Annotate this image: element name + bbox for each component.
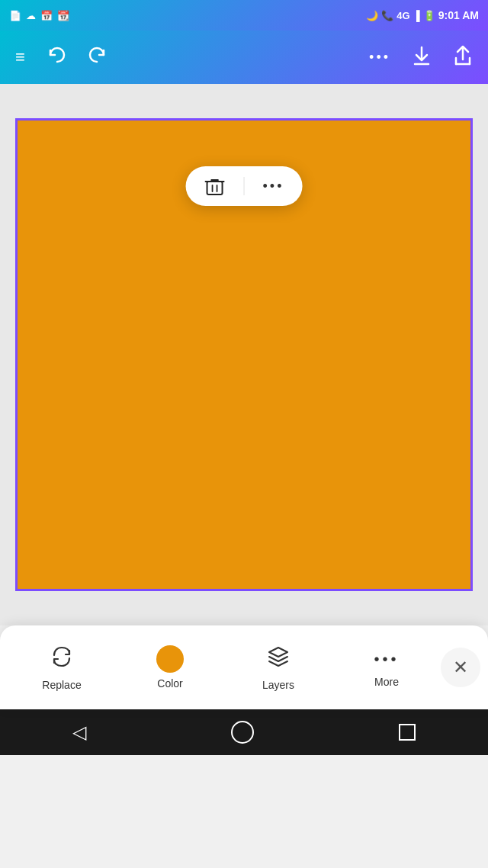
calendar2-icon: 📆 [57,10,69,21]
nav-bar: ◁ [0,709,488,755]
layers-icon [266,645,291,674]
network-label: 4G [396,10,409,21]
element-more-button[interactable]: ••• [263,178,284,194]
status-bar-right: 🌙 📞 4G ▐ 🔋 9:01 AM [366,9,479,21]
bottom-toolbar: Replace Color Layers ••• More ✕ [0,625,488,709]
moon-icon: 🌙 [366,10,378,21]
more-tool[interactable]: ••• More [332,647,441,688]
doc-icon: 📄 [9,10,21,21]
phone-icon: 📞 [381,10,393,21]
share-button[interactable] [453,44,473,70]
redo-button[interactable] [88,45,108,69]
design-canvas[interactable]: ••• [15,118,473,591]
close-icon: ✕ [453,657,468,678]
svg-rect-4 [207,182,223,194]
color-circle-icon [156,645,184,673]
context-divider [244,177,245,195]
status-bar: 📄 ☁ 📅 📆 🌙 📞 4G ▐ 🔋 9:01 AM [0,0,488,31]
status-bar-left: 📄 ☁ 📅 📆 [9,10,69,21]
more-options-button[interactable]: ••• [369,50,390,66]
download-button[interactable] [412,44,432,70]
toolbar-left: ≡ [15,45,108,69]
layers-tool[interactable]: Layers [224,645,332,691]
canvas-area: ••• [0,84,488,625]
replace-label: Replace [42,679,81,691]
toolbar: ≡ ••• [0,31,488,84]
recent-nav-button[interactable] [399,724,416,741]
battery-icon: 🔋 [423,10,435,21]
delete-button[interactable] [204,175,226,197]
calendar-icon: 📅 [40,10,53,21]
layers-label: Layers [262,679,294,691]
home-nav-button[interactable] [231,721,254,744]
svg-marker-11 [269,648,287,657]
close-toolbar-button[interactable]: ✕ [441,648,480,687]
undo-button[interactable] [47,45,66,69]
signal-icon: ▐ [413,10,420,21]
toolbar-right: ••• [369,44,473,70]
context-popup: ••• [186,166,303,206]
color-tool[interactable]: Color [116,645,224,690]
more-dots-icon: ••• [374,647,399,671]
menu-button[interactable]: ≡ [15,47,25,67]
cloud-icon: ☁ [26,10,36,21]
orange-element[interactable]: ••• [18,121,470,589]
color-label: Color [157,677,182,690]
back-nav-button[interactable]: ◁ [72,722,86,743]
more-label: More [374,676,399,688]
replace-tool[interactable]: Replace [8,645,116,691]
time-display: 9:01 AM [438,9,479,21]
replace-icon [50,645,74,674]
